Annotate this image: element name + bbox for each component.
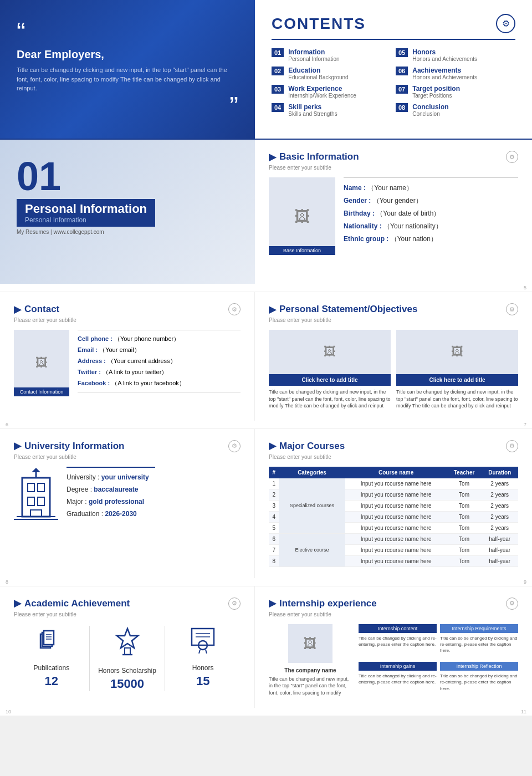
teacher: Tom [447, 478, 482, 489]
university-section: ▶ University Information ⚙ Please enter … [0, 428, 255, 578]
course-name: Input you rcourse name here [345, 489, 447, 500]
publications-card: Publications 12 [14, 626, 89, 691]
contents-item-sub-3: Internship/Work Experience [288, 93, 356, 99]
basic-info-header: ▶ Basic Information ⚙ [269, 151, 518, 163]
honors-scholarship-label: Honors Scholarship [95, 667, 160, 675]
email-field: Email : （Your email） [78, 346, 241, 354]
degree-value: baccalaureate [94, 486, 138, 493]
contents-header: CONTENTS ⚙ [272, 14, 515, 33]
courses-subtitle: Please enter your subtitle [269, 454, 518, 460]
contents-item-sub-7: Target Positions [412, 93, 460, 99]
course-name: Input you rcourse name here [345, 511, 447, 522]
name-value: （Your name） [367, 184, 413, 192]
ps-title: ▶ Personal Statement/Objectives [269, 304, 417, 315]
svg-rect-3 [28, 497, 34, 506]
ps-card-label-1[interactable]: Click here to add title [269, 374, 391, 386]
contact-arrow-icon: ▶ [14, 304, 21, 315]
contents-item-title-4: Skill perks [288, 103, 337, 111]
honors-label: Honors [171, 664, 235, 672]
contact-section: ▶ Contact ⚙ Please enter your subtitle 🖼… [0, 292, 255, 421]
contents-num-1: 01 [272, 48, 284, 57]
honors-card: Honors 15 [165, 626, 241, 691]
page-num-5: 5 [524, 285, 526, 290]
pi-title-box: Personal Information Personal Informatio… [17, 199, 155, 227]
personal-info-row: 01 Personal Information Personal Informa… [0, 140, 532, 284]
ethnic-field: Ethnic group : （Your nation） [344, 234, 518, 244]
pi-footer: My Resumes | www.collegeppt.com [17, 229, 104, 235]
address-value: （Your current address） [108, 358, 176, 364]
internship-section: ▶ Internship experience ⚙ Please enter y… [255, 586, 532, 708]
contact-photo-label: Contact Information [14, 387, 69, 396]
col-duration: Duration [481, 467, 518, 478]
contents-num-8: 08 [396, 103, 408, 112]
ps-gear-icon: ⚙ [506, 303, 518, 315]
table-row: 1 Specialized courses Input you rcourse … [269, 478, 518, 489]
books-icon [19, 626, 84, 660]
row-num: 4 [269, 511, 279, 522]
ps-card-body-1: Title can be changed by dicking and new … [269, 389, 391, 410]
row-num: 2 [269, 489, 279, 500]
course-name: Input you rcourse name here [345, 555, 447, 566]
major-label: Major : [66, 498, 89, 506]
intern-card-gains-title: Internship gains [359, 662, 437, 671]
duration: 2 years [481, 500, 518, 511]
academic-internship-row: ▶ Academic Achievement ⚙ Please enter yo… [0, 586, 532, 708]
teacher: Tom [447, 489, 482, 500]
basic-info-inner: 🖼 Base Information Name : （Your name） Ge… [269, 177, 518, 255]
intern-card-content-title: Internship content [359, 624, 437, 633]
svg-line-22 [206, 650, 207, 654]
nationality-field: Nationality : （Your nationality） [344, 222, 518, 231]
internship-left: 🖼 The company name Title can be changed … [269, 624, 352, 697]
svg-rect-0 [22, 478, 50, 517]
arrow-icon: ▶ [269, 151, 276, 163]
ps-header: ▶ Personal Statement/Objectives ⚙ [269, 303, 518, 315]
contents-item-2: 02 Education Educational Background [272, 67, 391, 80]
medal-icon [95, 626, 160, 662]
ps-card-label-2[interactable]: Click here to add title [396, 374, 518, 386]
photo-icon: 🖼 [294, 207, 310, 226]
pi-sub: Personal Information [25, 216, 147, 224]
bi-divider [344, 177, 518, 178]
birthday-label: Birthday : [344, 210, 375, 217]
col-num: # [269, 467, 279, 478]
contents-num-5: 05 [396, 48, 408, 57]
teacher: Tom [447, 533, 482, 544]
honors-scholarship-card: Honors Scholarship 15000 [90, 626, 165, 691]
internship-cards: Internship content Title can be changed … [359, 624, 518, 697]
contents-item-sub-1: Personal Information [288, 56, 339, 62]
svg-line-21 [199, 650, 200, 654]
contents-item-1: 01 Information Personal Information [272, 48, 391, 62]
graduation-label: Graduation : [66, 510, 105, 518]
contents-item-sub-8: Conclusion [412, 111, 448, 117]
svg-rect-2 [38, 483, 44, 492]
basic-info-subtitle: Please enter your subtitle [269, 165, 518, 171]
ps-photo-2: 🖼 [396, 330, 518, 374]
intern-card-reflection-title: Internship Reflection [440, 662, 518, 671]
ps-photo-1: 🖼 [269, 330, 391, 374]
univ-inner: University : your university Degree : ba… [14, 467, 241, 522]
top-section: “ Dear Employers, Title can be changed b… [0, 0, 532, 139]
degree-label: Degree : [66, 486, 94, 493]
ps-subtitle: Please enter your subtitle [269, 317, 518, 323]
university-courses-row: ▶ University Information ⚙ Please enter … [0, 428, 532, 578]
contents-grid: 01 Information Personal Information 05 H… [272, 48, 515, 117]
course-name: Input you rcourse name here [345, 544, 447, 555]
gender-field: Gender : （Your gender） [344, 196, 518, 206]
duration: half-year [481, 544, 518, 555]
teacher: Tom [447, 522, 482, 533]
contact-statement-row: ▶ Contact ⚙ Please enter your subtitle 🖼… [0, 292, 532, 421]
svg-marker-7 [32, 468, 40, 472]
cell-phone-value: （Your phone number） [114, 335, 180, 342]
page-num-10: 10 [6, 709, 11, 714]
photo-label: Base Information [269, 246, 335, 255]
certificate-icon [171, 626, 235, 660]
intern-photo: 🖼 [288, 624, 332, 663]
courses-header: ▶ Major Courses ⚙ [269, 440, 518, 452]
academic-section: ▶ Academic Achievement ⚙ Please enter yo… [0, 586, 255, 708]
contact-title: ▶ Contact [14, 304, 59, 315]
pi-title: Personal Information [25, 202, 147, 216]
graduation-field: Graduation : 2026-2030 [66, 510, 241, 518]
contents-icon: ⚙ [496, 14, 515, 33]
contact-photo: 🖼 Contact Information [14, 330, 69, 396]
internship-header: ▶ Internship experience ⚙ [269, 598, 518, 610]
